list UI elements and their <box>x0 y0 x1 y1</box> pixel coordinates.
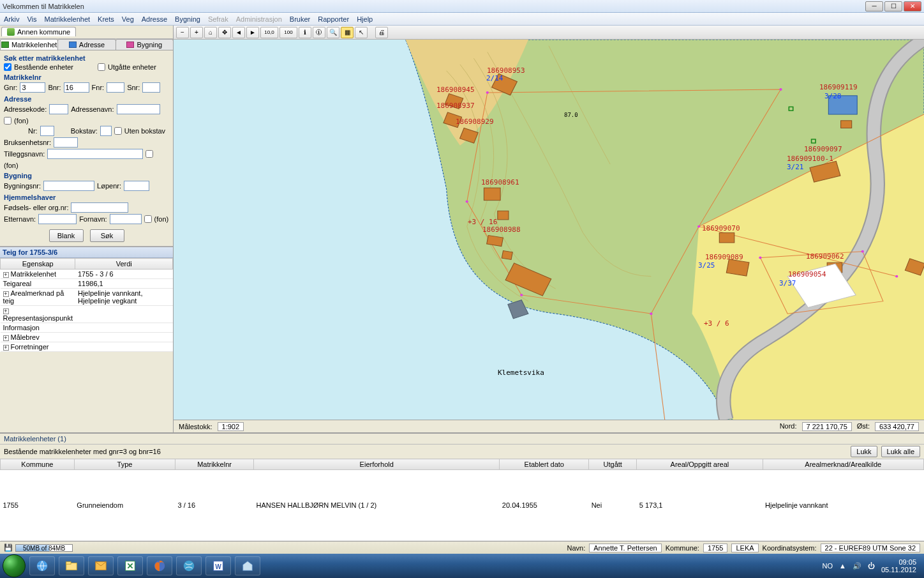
nord-value: 7 221 170,75 <box>802 422 852 431</box>
info-icon[interactable]: 🛈 <box>313 27 325 38</box>
map-canvas[interactable]: 1869089532/14186908945186908937186908929… <box>174 40 924 420</box>
navn-fon-checkbox[interactable] <box>144 215 152 223</box>
adressenavn-input[interactable] <box>117 104 160 114</box>
menu-matrikkelenhet[interactable]: Matrikkelenhet <box>45 15 91 23</box>
taskbar-firefox-icon[interactable] <box>147 556 172 575</box>
lopenr-input[interactable] <box>124 181 149 191</box>
fornavn-input[interactable] <box>110 214 142 224</box>
property-row[interactable]: +Representasjonspunkt <box>1 306 173 323</box>
col-egenskap[interactable]: Egenskap <box>1 259 75 270</box>
start-button[interactable] <box>3 554 26 577</box>
menu-krets[interactable]: Krets <box>98 15 114 23</box>
zoom-in-icon[interactable]: + <box>190 27 203 38</box>
results-header[interactable]: Arealmerknad/Arealkilde <box>763 459 923 470</box>
bruksenhetsnr-input[interactable] <box>54 137 78 148</box>
taskbar-globe-icon[interactable] <box>176 556 202 575</box>
zoom-selection-icon[interactable]: 🔍 <box>327 27 339 38</box>
tree-toggle-icon[interactable]: + <box>3 291 9 297</box>
minimize-button[interactable]: ─ <box>865 1 883 11</box>
results-header[interactable]: Matrikkelnr <box>175 459 254 470</box>
etternavn-input[interactable] <box>38 214 77 224</box>
next-view-icon[interactable]: ► <box>246 27 259 38</box>
results-row[interactable]: 1755Grunneiendom3 / 16HANSEN HALLBJØRN M… <box>1 470 924 541</box>
snr-input[interactable] <box>142 82 160 93</box>
menu-bruker[interactable]: Bruker <box>290 15 310 23</box>
maximize-button[interactable]: ☐ <box>884 1 902 11</box>
property-row[interactable]: Teigareal11986,1 <box>1 279 173 289</box>
bygningsnr-input[interactable] <box>43 181 94 191</box>
tray-flag-icon[interactable]: ▲ <box>839 562 846 570</box>
tree-toggle-icon[interactable]: + <box>3 345 9 351</box>
gnr-input[interactable] <box>20 82 45 93</box>
menu-veg[interactable]: Veg <box>122 15 134 23</box>
kommune-tab[interactable]: Annen kommune <box>1 27 76 36</box>
taskbar-word-icon[interactable]: W <box>205 556 231 575</box>
tree-toggle-icon[interactable]: + <box>3 308 9 314</box>
tree-toggle-icon[interactable]: + <box>3 272 9 278</box>
bokstav-input[interactable] <box>100 126 112 136</box>
property-row[interactable]: Informasjon <box>1 323 173 333</box>
prop-value: 11986,1 <box>75 279 173 289</box>
print-icon[interactable]: 🖨 <box>375 27 388 38</box>
bnr-input[interactable] <box>64 82 89 93</box>
fodsel-input[interactable] <box>71 202 128 213</box>
results-header[interactable]: Type <box>74 459 175 470</box>
select-icon[interactable]: ▦ <box>341 27 354 38</box>
bestaaende-checkbox[interactable] <box>4 63 11 71</box>
taskbar-outlook-icon[interactable] <box>88 556 114 575</box>
svg-point-28 <box>861 250 864 253</box>
menu-rapporter[interactable]: Rapporter <box>318 15 349 23</box>
pan-icon[interactable]: ✥ <box>218 27 231 38</box>
zoom-out-icon[interactable]: − <box>176 27 189 38</box>
tray-volume-icon[interactable]: 🔊 <box>853 562 861 570</box>
adressenavn-fon-checkbox[interactable] <box>4 117 11 125</box>
property-row[interactable]: +Arealmerknad på teigHjelpelinje vannkan… <box>1 289 173 306</box>
nr-input[interactable] <box>40 126 54 136</box>
fnr-input[interactable] <box>107 82 124 93</box>
results-header[interactable]: Etablert dato <box>500 459 589 470</box>
blank-button[interactable]: Blank <box>49 229 84 242</box>
sok-button[interactable]: Søk <box>90 229 124 242</box>
tree-toggle-icon[interactable]: + <box>3 335 9 341</box>
tray-lang[interactable]: NO <box>823 562 833 570</box>
utgaatte-checkbox[interactable] <box>98 63 105 71</box>
results-header[interactable]: Areal/Oppgitt areal <box>637 459 763 470</box>
tab-bygning[interactable]: Bygning <box>116 39 174 50</box>
results-cell: HANSEN HALLBJØRN MELVIN (1 / 2) <box>254 470 500 541</box>
menu-arkiv[interactable]: Arkiv <box>4 15 19 23</box>
taskbar-excel-icon[interactable] <box>117 556 143 575</box>
tab-matrikkelenhet[interactable]: Matrikkelenhet <box>0 39 58 50</box>
results-header[interactable]: Kommune <box>1 459 75 470</box>
menu-bygning[interactable]: Bygning <box>175 15 200 23</box>
results-header[interactable]: Utgått <box>589 459 637 470</box>
menu-vis[interactable]: Vis <box>27 15 36 23</box>
lukk-button[interactable]: Lukk <box>851 446 877 457</box>
property-row[interactable]: +Forretninger <box>1 342 173 352</box>
info-small-icon[interactable]: ℹ <box>299 27 311 38</box>
property-row[interactable]: +Målebrev <box>1 333 173 342</box>
tab-adresse[interactable]: Adresse <box>57 39 116 50</box>
scale-a-icon[interactable]: 10,0 <box>260 27 278 38</box>
uten-bokstav-checkbox[interactable] <box>114 127 122 135</box>
menu-adresse[interactable]: Adresse <box>142 15 167 23</box>
results-tab[interactable]: Matrikkelenheter (1) <box>0 434 924 445</box>
tilleggsnavn-input[interactable] <box>47 149 143 159</box>
adressekode-input[interactable] <box>49 104 68 114</box>
results-header[interactable]: Eierforhold <box>254 459 500 470</box>
taskbar-matrikkel-icon[interactable] <box>235 556 260 575</box>
menu-hjelp[interactable]: Hjelp <box>357 15 373 23</box>
taskbar-ie-icon[interactable] <box>29 556 55 575</box>
col-verdi[interactable]: Verdi <box>75 259 173 270</box>
prop-key: Representasjonspunkt <box>3 314 73 322</box>
tray-power-icon[interactable]: ⏻ <box>868 562 875 570</box>
prev-view-icon[interactable]: ◄ <box>232 27 245 38</box>
tray-clock[interactable]: 09:05 05.11.2012 <box>881 558 916 574</box>
zoom-extent-icon[interactable]: ⌂ <box>204 27 217 38</box>
lukk-alle-button[interactable]: Lukk alle <box>881 446 920 457</box>
taskbar-explorer-icon[interactable] <box>59 556 84 575</box>
scale-b-icon[interactable]: 100 <box>279 27 297 38</box>
property-row[interactable]: +Matrikkelenhet1755 - 3 / 6 <box>1 270 173 279</box>
close-button[interactable]: ✕ <box>904 1 921 11</box>
tilleggsnavn-fon-checkbox[interactable] <box>145 150 153 158</box>
pointer-icon[interactable]: ↖ <box>355 27 368 38</box>
